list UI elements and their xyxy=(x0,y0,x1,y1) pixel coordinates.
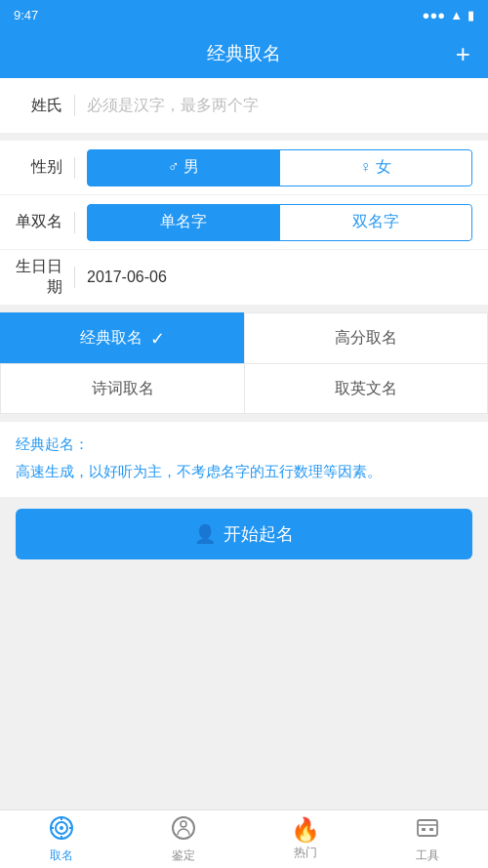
gender-female-button[interactable]: ♀ 女 xyxy=(280,149,473,186)
gender-row: 性别 ♂ 男 ♀ 女 xyxy=(0,141,488,195)
name-type-label: 单双名 xyxy=(16,212,74,232)
tab-english-naming[interactable]: 取英文名 xyxy=(244,363,488,414)
status-bar: 9:47 ●●● ▲ ▮ xyxy=(0,0,488,29)
birthday-row: 生日日期 2017-06-06 xyxy=(0,250,488,305)
nav-naming[interactable]: 取名 xyxy=(0,810,122,868)
nav-naming-label: 取名 xyxy=(50,847,73,864)
surname-label: 姓氏 xyxy=(16,96,74,116)
check-icon: ✓ xyxy=(150,328,165,350)
gender-toggle-group: ♂ 男 ♀ 女 xyxy=(87,149,472,186)
bottom-spacer xyxy=(0,579,488,645)
surname-section: 姓氏 xyxy=(0,78,488,133)
svg-point-2 xyxy=(60,826,63,830)
svg-rect-9 xyxy=(418,820,437,836)
surname-separator xyxy=(74,95,75,116)
battery-icon: ▮ xyxy=(468,8,474,22)
nav-appraisal-label: 鉴定 xyxy=(172,847,195,864)
birthday-value[interactable]: 2017-06-06 xyxy=(87,269,472,286)
nav-hot-icon: 🔥 xyxy=(291,818,320,842)
page-title: 经典取名 xyxy=(207,41,281,66)
nav-hot[interactable]: 🔥 热门 xyxy=(244,810,366,868)
tab-english-label: 取英文名 xyxy=(335,379,397,399)
tab-poem-naming[interactable]: 诗词取名 xyxy=(0,363,244,414)
name-type-separator xyxy=(74,212,75,233)
svg-point-8 xyxy=(181,821,186,827)
svg-rect-12 xyxy=(429,828,433,831)
birthday-label: 生日日期 xyxy=(16,257,74,298)
start-label: 开始起名 xyxy=(224,522,294,546)
wifi-icon: ▲ xyxy=(450,8,463,22)
tab-classic-label: 经典取名 xyxy=(80,328,142,349)
signal-icon: ●●● xyxy=(423,8,446,22)
nav-tools-label: 工具 xyxy=(416,847,439,864)
header: 经典取名 + xyxy=(0,29,488,78)
nav-tools[interactable]: 工具 xyxy=(366,810,488,868)
status-right: ●●● ▲ ▮ xyxy=(423,8,474,22)
gender-male-button[interactable]: ♂ 男 xyxy=(87,149,280,186)
tab-poem-label: 诗词取名 xyxy=(92,379,154,399)
surname-input[interactable] xyxy=(87,97,472,114)
name-single-button[interactable]: 单名字 xyxy=(87,204,280,241)
name-type-toggle-group: 单名字 双名字 xyxy=(87,204,472,241)
svg-rect-11 xyxy=(422,828,426,831)
tab-high-score-label: 高分取名 xyxy=(335,328,397,349)
tab-grid-section: 经典取名 ✓ 高分取名 诗词取名 取英文名 xyxy=(0,312,488,414)
tab-grid: 经典取名 ✓ 高分取名 诗词取名 取英文名 xyxy=(0,312,488,414)
bottom-nav: 取名 鉴定 🔥 热门 工具 xyxy=(0,809,488,868)
add-button[interactable]: + xyxy=(456,41,470,66)
description-title: 经典起名： xyxy=(16,435,472,454)
start-icon: 👤 xyxy=(194,523,216,545)
tab-classic-naming[interactable]: 经典取名 ✓ xyxy=(0,312,244,363)
nav-hot-label: 热门 xyxy=(294,845,317,861)
nav-naming-icon xyxy=(49,815,74,845)
nav-tools-icon xyxy=(415,815,440,845)
gender-label: 性别 xyxy=(16,157,74,178)
name-double-button[interactable]: 双名字 xyxy=(280,204,473,241)
start-naming-button[interactable]: 👤 开始起名 xyxy=(16,509,472,559)
description-body: 高速生成，以好听为主，不考虑名字的五行数理等因素。 xyxy=(16,460,472,483)
birthday-separator xyxy=(74,267,75,288)
gender-section: 性别 ♂ 男 ♀ 女 单双名 单名字 双名字 生日日期 2017-06-06 xyxy=(0,141,488,305)
surname-row: 姓氏 xyxy=(0,78,488,133)
nav-appraisal[interactable]: 鉴定 xyxy=(122,810,244,868)
description-section: 经典起名： 高速生成，以好听为主，不考虑名字的五行数理等因素。 xyxy=(0,422,488,497)
status-time: 9:47 xyxy=(14,8,38,22)
name-type-row: 单双名 单名字 双名字 xyxy=(0,195,488,250)
tab-high-score-naming[interactable]: 高分取名 xyxy=(244,312,488,363)
nav-appraisal-icon xyxy=(171,815,196,845)
gender-separator xyxy=(74,157,75,179)
start-section: 👤 开始起名 xyxy=(0,509,488,579)
